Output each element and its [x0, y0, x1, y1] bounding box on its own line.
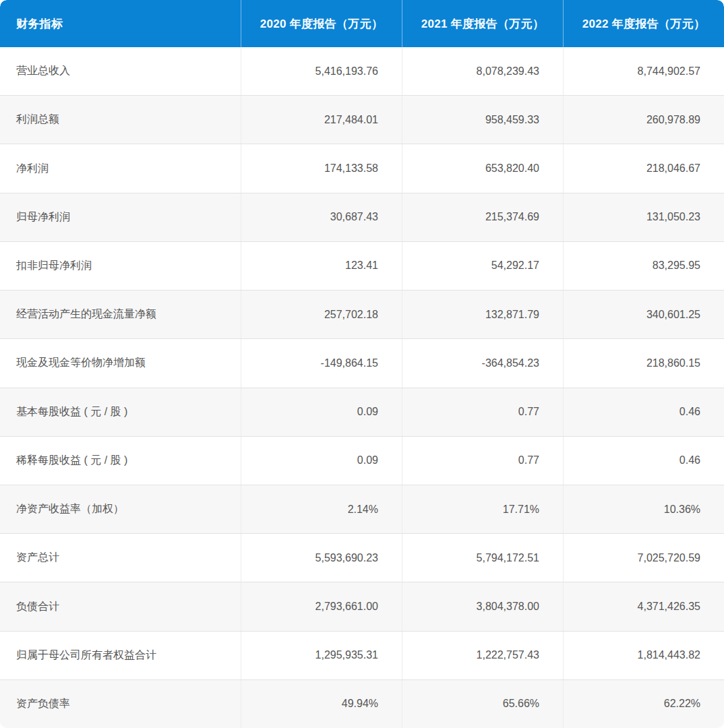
row-value: 218,046.67 [563, 144, 724, 192]
row-label: 营业总收入 [0, 47, 241, 95]
row-label: 归属于母公司所有者权益合计 [0, 632, 241, 679]
row-value: 0.77 [402, 437, 563, 485]
row-value: 132,871.79 [402, 291, 563, 338]
table-row: 资产总计5,593,690.235,794,172.517,025,720.59 [0, 533, 724, 582]
row-value: 1,222,757.43 [402, 632, 563, 679]
row-label: 资产总计 [0, 534, 241, 582]
row-label: 归母净利润 [0, 193, 241, 241]
row-label: 稀释每股收益 ( 元 / 股 ) [0, 437, 241, 485]
table-row: 营业总收入5,416,193.768,078,239.438,744,902.5… [0, 47, 724, 95]
table-row: 现金及现金等价物净增加额-149,864.15-364,854.23218,86… [0, 338, 724, 387]
table-row: 负债合计2,793,661.003,804,378.004,371,426.35 [0, 582, 724, 630]
row-value: -149,864.15 [241, 339, 402, 387]
row-value: 5,416,193.76 [241, 47, 402, 95]
row-value: 340,601.25 [563, 291, 724, 338]
financial-indicators-table: 财务指标 2020 年度报告（万元）2021 年度报告（万元）2022 年度报告… [0, 0, 724, 728]
header-cell-year: 2022 年度报告（万元） [563, 0, 724, 47]
table-row: 扣非归母净利润123.4154,292.1783,295.95 [0, 241, 724, 290]
row-value: 54,292.17 [402, 242, 563, 290]
row-value: 131,050.23 [563, 193, 724, 241]
row-value: 0.77 [402, 388, 563, 436]
table-row: 归母净利润30,687.43215,374.69131,050.23 [0, 193, 724, 241]
row-value: 123.41 [241, 242, 402, 290]
row-value: -364,854.23 [402, 339, 563, 387]
row-value: 8,078,239.43 [402, 47, 563, 95]
row-value: 8,744,902.57 [563, 47, 724, 95]
row-label: 现金及现金等价物净增加额 [0, 339, 241, 387]
row-value: 958,459.33 [402, 96, 563, 144]
row-value: 49.94% [241, 680, 402, 728]
row-value: 17.71% [402, 485, 563, 533]
row-value: 3,804,378.00 [402, 582, 563, 630]
row-value: 4,371,426.35 [563, 582, 724, 630]
row-value: 2.14% [241, 485, 402, 533]
table-row: 基本每股收益 ( 元 / 股 )0.090.770.46 [0, 388, 724, 436]
table-row: 稀释每股收益 ( 元 / 股 )0.090.770.46 [0, 436, 724, 485]
row-value: 1,814,443.82 [563, 632, 724, 679]
row-value: 0.09 [241, 437, 402, 485]
row-value: 257,702.18 [241, 291, 402, 338]
row-label: 负债合计 [0, 582, 241, 630]
row-label: 资产负债率 [0, 680, 241, 728]
row-value: 0.46 [563, 437, 724, 485]
row-value: 30,687.43 [241, 193, 402, 241]
row-value: 260,978.89 [563, 96, 724, 144]
row-label: 利润总额 [0, 96, 241, 144]
row-value: 62.22% [563, 680, 724, 728]
table-row: 经营活动产生的现金流量净额257,702.18132,871.79340,601… [0, 290, 724, 338]
row-value: 653,820.40 [402, 144, 563, 192]
row-value: 1,295,935.31 [241, 632, 402, 679]
row-value: 174,133.58 [241, 144, 402, 192]
row-value: 2,793,661.00 [241, 582, 402, 630]
row-label: 净资产收益率（加权） [0, 485, 241, 533]
row-value: 215,374.69 [402, 193, 563, 241]
table-row: 归属于母公司所有者权益合计1,295,935.311,222,757.431,8… [0, 631, 724, 679]
header-cell-indicator: 财务指标 [0, 0, 241, 47]
row-label: 净利润 [0, 144, 241, 192]
row-value: 65.66% [402, 680, 563, 728]
row-value: 7,025,720.59 [563, 534, 724, 582]
row-value: 83,295.95 [563, 242, 724, 290]
row-value: 218,860.15 [563, 339, 724, 387]
row-value: 10.36% [563, 485, 724, 533]
table-row: 资产负债率49.94%65.66%62.22% [0, 679, 724, 728]
table-header-row: 财务指标 2020 年度报告（万元）2021 年度报告（万元）2022 年度报告… [0, 0, 724, 47]
row-label: 扣非归母净利润 [0, 242, 241, 290]
row-value: 5,794,172.51 [402, 534, 563, 582]
table-row: 净利润174,133.58653,820.40218,046.67 [0, 144, 724, 192]
row-value: 217,484.01 [241, 96, 402, 144]
row-value: 0.09 [241, 388, 402, 436]
row-label: 经营活动产生的现金流量净额 [0, 291, 241, 338]
row-label: 基本每股收益 ( 元 / 股 ) [0, 388, 241, 436]
table-row: 利润总额217,484.01958,459.33260,978.89 [0, 95, 724, 144]
row-value: 5,593,690.23 [241, 534, 402, 582]
table-body: 营业总收入5,416,193.768,078,239.438,744,902.5… [0, 47, 724, 728]
table-row: 净资产收益率（加权）2.14%17.71%10.36% [0, 485, 724, 533]
header-cell-year: 2021 年度报告（万元） [402, 0, 563, 47]
row-value: 0.46 [563, 388, 724, 436]
header-cell-year: 2020 年度报告（万元） [241, 0, 402, 47]
